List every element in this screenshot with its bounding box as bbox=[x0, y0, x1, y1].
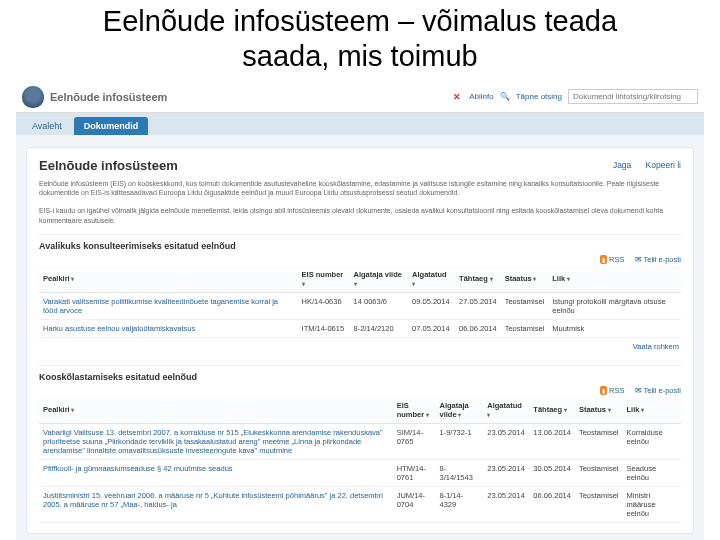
main-panel: Eelnõude infosüsteem Jaga Kopeeri li Eel… bbox=[26, 147, 694, 534]
table-public-consult: Pealkiri EIS number Algataja viide Algat… bbox=[39, 266, 681, 338]
th-staatus[interactable]: Staatus bbox=[501, 266, 549, 293]
th-staatus[interactable]: Staatus bbox=[575, 397, 623, 424]
table-row: Vabariigi Valitsuse 13. detsembri 2007. … bbox=[39, 423, 681, 459]
th-eis[interactable]: EIS number bbox=[393, 397, 436, 424]
th-eis[interactable]: EIS number bbox=[298, 266, 350, 293]
rss-link-1[interactable]: ▮RSS bbox=[600, 255, 624, 264]
advanced-search-link[interactable]: Täpne otsing bbox=[516, 92, 562, 101]
section1-title: Avalikuks konsulteerimiseks esitatud eel… bbox=[39, 234, 681, 251]
tab-documents[interactable]: Dokumendid bbox=[74, 117, 149, 135]
row-title[interactable]: Varakati valitsemise poliitikumise kvali… bbox=[39, 292, 298, 319]
see-more-link[interactable]: Vaata rohkem bbox=[633, 342, 679, 351]
tabs: Avaleht Dokumendid bbox=[16, 113, 704, 135]
th-taht[interactable]: Tähtaeg bbox=[529, 397, 575, 424]
table-row: Pfiffkooli- ja gümnaasiumseaduse § 42 mu… bbox=[39, 459, 681, 486]
th-title[interactable]: Pealkiri bbox=[39, 397, 393, 424]
share-link[interactable]: Jaga bbox=[613, 160, 631, 170]
th-title[interactable]: Pealkiri bbox=[39, 266, 298, 293]
crest-icon bbox=[22, 86, 44, 108]
alert-icon bbox=[453, 92, 463, 102]
th-viide[interactable]: Algataja viide bbox=[350, 266, 409, 293]
content: Eelnõude infosüsteem Jaga Kopeeri li Eel… bbox=[16, 135, 704, 540]
th-viide[interactable]: Algataja viide bbox=[435, 397, 483, 424]
search-icon bbox=[500, 92, 510, 102]
table-row: Harku asustuse eelnou valjatoötamiskavat… bbox=[39, 319, 681, 337]
row-title[interactable]: Justiitsministri 15. veebruari 2006. a m… bbox=[39, 486, 393, 522]
th-alg[interactable]: Algatatud bbox=[483, 397, 529, 424]
copy-link[interactable]: Kopeeri li bbox=[646, 160, 681, 170]
table-coordination: Pealkiri EIS number Algataja viide Algat… bbox=[39, 397, 681, 523]
rss-link-2[interactable]: ▮RSS bbox=[600, 386, 624, 395]
eis-app: Eelnõude infosüsteem Abiinfo Täpne otsin… bbox=[16, 82, 704, 540]
subscribe-link-1[interactable]: ✉ Telli e-posti bbox=[635, 255, 681, 264]
section2-title: Kooskõlastamiseks esitatud eelnõud bbox=[39, 365, 681, 382]
rss-icon: ▮ bbox=[600, 386, 607, 395]
row-title[interactable]: Pfiffkooli- ja gümnaasiumseaduse § 42 mu… bbox=[39, 459, 393, 486]
search-input[interactable] bbox=[568, 89, 698, 104]
slide-title: Eelnõude infosüsteem – võimalus teada sa… bbox=[0, 0, 720, 82]
subscribe-link-2[interactable]: ✉ Telli e-posti bbox=[635, 386, 681, 395]
panel-title: Eelnõude infosüsteem bbox=[39, 158, 178, 173]
help-link[interactable]: Abiinfo bbox=[469, 92, 493, 101]
rss-icon: ▮ bbox=[600, 255, 607, 264]
row-title[interactable]: Vabariigi Valitsuse 13. detsembri 2007. … bbox=[39, 423, 393, 459]
th-alg[interactable]: Algatatud bbox=[408, 266, 455, 293]
th-liik[interactable]: Liik bbox=[548, 266, 681, 293]
row-title[interactable]: Harku asustuse eelnou valjatoötamiskavat… bbox=[39, 319, 298, 337]
table-row: Varakati valitsemise poliitikumise kvali… bbox=[39, 292, 681, 319]
table-row: Justiitsministri 15. veebruari 2006. a m… bbox=[39, 486, 681, 522]
topbar: Eelnõude infosüsteem Abiinfo Täpne otsin… bbox=[16, 82, 704, 113]
th-taht[interactable]: Tähtaeg bbox=[455, 266, 501, 293]
lead-text-2: EIS-i kaudu on igaühel võimalik jälgida … bbox=[39, 206, 681, 226]
tab-home[interactable]: Avaleht bbox=[22, 117, 72, 135]
lead-text-1: Eelnõude infosüsteem (EIS) on koöskeskko… bbox=[39, 179, 681, 199]
app-name: Eelnõude infosüsteem bbox=[50, 91, 167, 103]
th-liik[interactable]: Liik bbox=[623, 397, 681, 424]
